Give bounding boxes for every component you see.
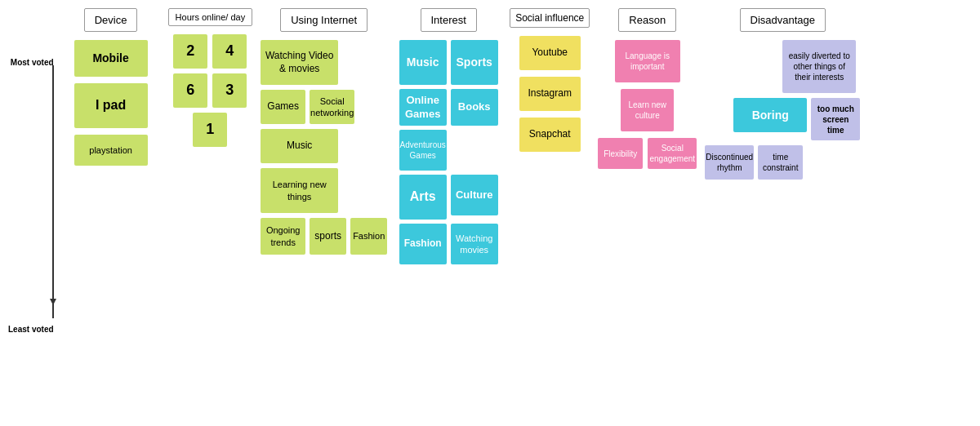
internet-bottom-row: Ongoing trends sports Fashion <box>261 218 387 255</box>
interest-row-4: Arts Culture <box>399 175 498 220</box>
sticky-fashion-internet: Fashion <box>350 218 387 255</box>
sticky-language: Language is important <box>615 40 680 82</box>
sticky-mobile: Mobile <box>74 40 148 77</box>
disadvantage-stickies: easily diverted to other things of their… <box>705 40 860 180</box>
sticky-music-interest: Music <box>399 40 447 85</box>
sticky-games: Games <box>261 90 305 124</box>
interest-column: Interest Music Sports Online Games Books… <box>395 8 501 264</box>
sticky-1: 1 <box>193 113 227 147</box>
disadvantage-column: Disadvantage easily diverted to other th… <box>705 8 860 180</box>
sticky-2: 2 <box>173 34 207 69</box>
axis-arrow <box>50 299 56 305</box>
sticky-books: Books <box>451 89 498 126</box>
internet-stickies: Watching Video & movies Games Social net… <box>261 40 387 255</box>
sticky-sports-internet: sports <box>310 218 346 255</box>
main-container: Most voted Least voted Device Mobile I p… <box>0 0 980 343</box>
sticky-learn-culture: Learn new culture <box>621 89 674 131</box>
reason-stickies: Language is important Learn new culture … <box>598 40 697 169</box>
sticky-youtube: Youtube <box>519 36 581 70</box>
sticky-online-games: Online Games <box>399 89 447 126</box>
sticky-learning: Learning new things <box>261 168 338 213</box>
sticky-snapchat: Snapchat <box>519 118 581 152</box>
hours-column: Hours online/ day 2 4 6 3 1 <box>168 8 253 147</box>
interest-header: Interest <box>421 8 477 32</box>
disadvantage-bottom-row: Discontinued rhythm time constraint <box>705 145 803 180</box>
axis-line <box>52 65 54 318</box>
sticky-screen-time: too much screen time <box>811 98 860 140</box>
interest-grid: Music Sports Online Games Books Adventur… <box>399 40 498 264</box>
axis-labels: Most voted Least voted <box>8 8 54 335</box>
sticky-instagram: Instagram <box>519 77 581 111</box>
internet-header: Using Internet <box>280 8 368 32</box>
sticky-boring: Boring <box>733 98 807 132</box>
sticky-ipad: I pad <box>74 83 148 128</box>
interest-row-5: Fashion Watching movies <box>399 224 498 264</box>
social-stickies: Youtube Instagram Snapchat <box>519 36 581 152</box>
reason-column: Reason Language is important Learn new c… <box>598 8 697 169</box>
most-voted-label: Most voted <box>11 57 54 68</box>
internet-pair-games: Games Social networking <box>261 90 354 124</box>
interest-row-1: Music Sports <box>399 40 498 85</box>
hours-header: Hours online/ day <box>168 8 253 26</box>
sticky-flexibility: Flexibility <box>598 138 643 169</box>
device-column: Device Mobile I pad playstation <box>62 8 160 166</box>
sticky-fashion-interest: Fashion <box>399 224 447 264</box>
reason-row-flex: Flexibility Social engagement <box>598 138 697 169</box>
social-column: Social influence Youtube Instagram Snapc… <box>510 8 590 152</box>
sticky-watching-video: Watching Video & movies <box>261 40 338 85</box>
interest-row-2: Online Games Books <box>399 89 498 126</box>
sticky-culture: Culture <box>451 175 498 215</box>
sticky-adventurous: Adventurous Games <box>399 130 447 171</box>
disadvantage-header: Disadvantage <box>740 8 826 32</box>
sticky-arts: Arts <box>399 175 447 220</box>
sticky-time-constraint: time constraint <box>758 145 803 180</box>
sticky-playstation: playstation <box>74 135 148 166</box>
interest-row-3: Adventurous Games <box>399 130 498 171</box>
sticky-watching-movies: Watching movies <box>451 224 498 264</box>
sticky-diverted: easily diverted to other things of their… <box>782 40 856 93</box>
internet-column: Using Internet Watching Video & movies G… <box>261 8 387 255</box>
sticky-ongoing: Ongoing trends <box>261 218 305 255</box>
social-header: Social influence <box>510 8 590 28</box>
sticky-sports-interest: Sports <box>451 40 498 85</box>
sticky-3: 3 <box>212 73 247 108</box>
sticky-music-internet: Music <box>261 129 338 163</box>
sticky-discontinued: Discontinued rhythm <box>705 145 754 180</box>
sticky-6: 6 <box>173 73 207 108</box>
hours-grid: 2 4 6 3 1 <box>173 34 247 147</box>
sticky-social-networking: Social networking <box>310 90 354 124</box>
sticky-4: 4 <box>212 34 247 69</box>
least-voted-label: Least voted <box>8 324 54 335</box>
device-header: Device <box>84 8 138 32</box>
reason-header: Reason <box>618 8 676 32</box>
sticky-social-engagement: Social engagement <box>648 138 697 169</box>
